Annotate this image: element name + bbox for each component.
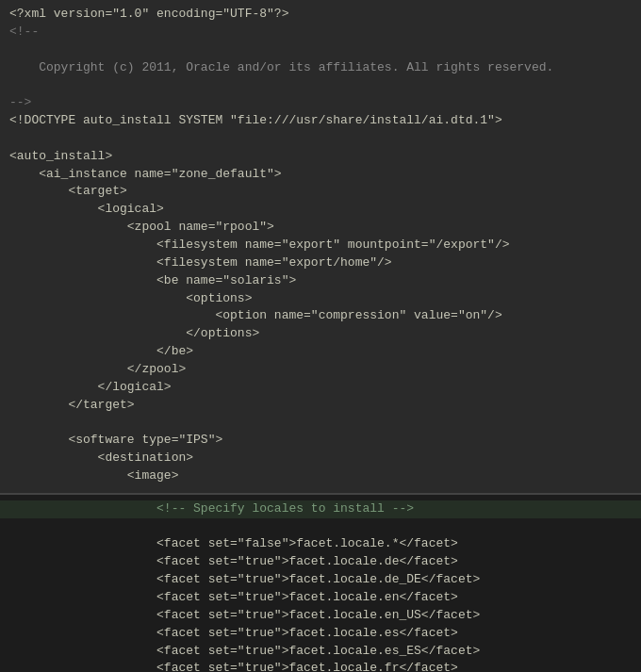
- code-editor: <?xml version="1.0" encoding="UTF-8"?> <…: [0, 0, 641, 672]
- bottom-code-section: <!-- Specify locales to install --> <fac…: [0, 495, 641, 672]
- top-code-section: <?xml version="1.0" encoding="UTF-8"?> <…: [0, 0, 641, 495]
- bottom-code-content: <!-- Specify locales to install --> <fac…: [9, 500, 632, 672]
- xml-declaration: <?xml version="1.0" encoding="UTF-8"?>: [9, 7, 288, 21]
- top-code-content: <?xml version="1.0" encoding="UTF-8"?> <…: [9, 6, 632, 485]
